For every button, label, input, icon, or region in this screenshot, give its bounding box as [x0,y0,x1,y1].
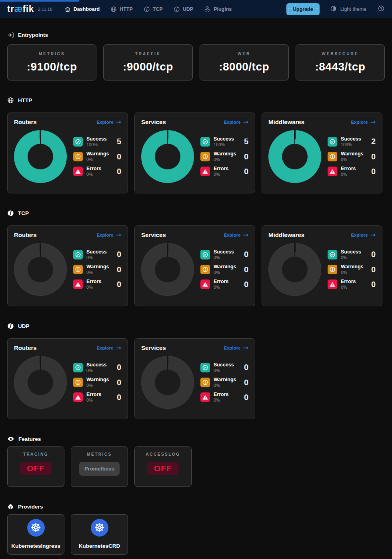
stat-label: Success [86,136,107,142]
stat-label: Warnings [341,151,363,157]
stat-errors: Errors0% 0 [200,279,248,290]
nav-item-http[interactable]: HTTP [110,6,133,12]
nav-label: Dashboard [74,6,100,12]
help-button[interactable] [378,5,385,14]
arrow-right-icon: → [243,119,248,125]
provider-name: KubernetesCRD [79,543,120,549]
warning-icon [200,378,210,387]
traefik-logo[interactable]: træfik [7,4,34,14]
warning-icon [328,265,337,274]
feature-status-badge: OFF [20,462,52,475]
contrast-icon [330,5,337,13]
section-title: Entrypoints [18,32,48,38]
tcp-cards-row: Routers Explore→ Success0% 0 Warnings0% … [7,225,385,306]
stat-pct: 0% [86,285,102,290]
stat-count: 0 [117,378,121,387]
card-title: Services [141,231,166,238]
explore-label: Explore [351,120,368,125]
arrow-right-icon: → [116,119,121,125]
stat-label: Errors [214,392,229,398]
explore-link[interactable]: Explore→ [351,232,376,238]
stat-errors: Errors0% 0 [200,392,248,403]
nav-item-dashboard[interactable]: Dashboard [64,6,100,12]
explore-link[interactable]: Explore→ [224,345,248,351]
stat-errors: Errors0% 0 [328,279,376,290]
upgrade-button[interactable]: Upgrade [286,3,320,15]
donut-chart [14,130,67,183]
stat-success: Success0% 0 [200,362,248,373]
explore-link[interactable]: Explore→ [224,119,248,125]
http-routers-card: Routers Explore→ Success100% 5 Warnings0… [7,113,128,193]
success-icon [73,250,83,259]
error-icon [328,167,337,176]
stat-label: Warnings [214,377,236,383]
logo-text-accent: æ [14,4,23,14]
navbar-right: Upgrade Light theme [286,3,385,15]
nav-item-udp[interactable]: UDP [174,6,193,12]
stat-label: Errors [214,279,229,285]
stat-label: Success [86,249,107,255]
stat-success: Success0% 0 [200,249,248,260]
stat-pct: 100% [86,142,107,147]
explore-link[interactable]: Explore→ [96,119,121,125]
stat-errors: Errors0% 0 [73,392,121,403]
success-icon [73,363,83,372]
entrypoints-icon [7,32,14,38]
explore-link[interactable]: Explore→ [96,232,121,238]
udp-services-card: Services Explore→ Success0% 0 Warnings0%… [134,338,255,419]
card-title: Routers [14,231,37,238]
udp-icon [7,323,14,330]
stat-count: 5 [244,137,248,146]
entrypoint-port: :9100/tcp [27,60,77,73]
stat-errors: Errors0% 0 [73,166,121,177]
success-icon [328,137,337,147]
nav-item-tcp[interactable]: TCP [144,6,163,12]
stat-pct: 0% [341,172,356,177]
stat-pct: 0% [341,255,361,260]
stats-list: Success100% 5 Warnings0% 0 Errors0% 0 [200,136,248,177]
error-icon [200,280,210,289]
explore-link[interactable]: Explore→ [96,345,121,351]
stat-pct: 0% [214,285,229,290]
feature-status-badge: Prometheus [79,462,120,476]
explore-label: Explore [351,233,368,237]
features-row: TRACING OFF METRICS Prometheus ACCESSLOG… [7,446,385,487]
entrypoint-name: METRICS [39,52,65,56]
stat-label: Warnings [86,377,109,383]
card-title: Middlewares [268,231,304,238]
explore-link[interactable]: Explore→ [224,232,248,238]
stat-success: Success0% 0 [73,249,121,260]
stats-list: Success0% 0 Warnings0% 0 Errors0% 0 [73,249,121,290]
stat-warnings: Warnings0% 0 [73,151,121,162]
stat-pct: 100% [214,142,234,147]
stat-success: Success0% 0 [328,249,376,260]
arrow-right-icon: → [243,232,248,238]
stat-label: Errors [86,392,102,398]
stat-errors: Errors0% 0 [200,166,248,177]
provider-card-kubernetes-ingress: ☸ KubernetesIngress [7,514,64,555]
home-icon [64,6,71,12]
stat-count: 0 [117,265,121,274]
error-icon [73,280,83,289]
theme-toggle[interactable]: Light theme [330,5,366,13]
arrow-right-icon: → [370,232,376,238]
stat-count: 0 [371,152,376,161]
tcp-icon [144,6,150,12]
stat-pct: 0% [341,157,363,162]
entrypoint-card-traefik: TRAEFIK :9000/tcp [103,44,192,80]
stat-count: 5 [117,137,121,146]
entrypoints-row: METRICS :9100/tcp TRAEFIK :9000/tcp WEB … [7,44,385,80]
entrypoint-port: :8000/tcp [219,60,269,73]
explore-link[interactable]: Explore→ [351,119,376,125]
stat-label: Errors [86,166,102,172]
donut-chart [268,243,321,296]
tcp-routers-card: Routers Explore→ Success0% 0 Warnings0% … [7,225,128,306]
section-header-features: Features [7,435,385,442]
stat-count: 0 [117,250,121,259]
stats-list: Success100% 5 Warnings0% 0 Errors0% 0 [73,136,121,177]
warning-icon [200,265,210,274]
stats-list: Success0% 0 Warnings0% 0 Errors0% 0 [73,362,121,403]
stat-count: 0 [244,378,248,387]
nav-item-plugins[interactable]: Plugins [204,6,232,12]
providers-row: ☸ KubernetesIngress ☸ KubernetesCRD [7,514,385,555]
